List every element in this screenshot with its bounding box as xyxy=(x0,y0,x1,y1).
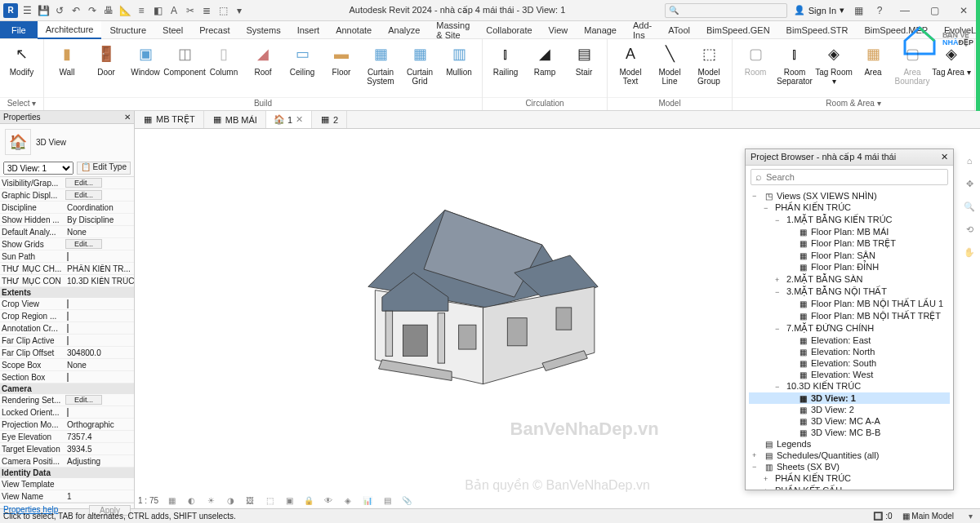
model-viewport[interactable]: BanVeNhaDep.vn Bản quyền © BanVeNhaDep.v… xyxy=(135,129,980,508)
curtain-system-button[interactable]: ▦Curtain System xyxy=(361,42,400,87)
tree-node[interactable]: ▦3D View: MC A-A xyxy=(749,415,950,427)
component-button[interactable]: ◫Component xyxy=(165,42,204,78)
tree-twisty-icon[interactable]: + xyxy=(775,276,783,284)
file-tab[interactable]: File xyxy=(0,21,38,38)
app-switcher-icon[interactable]: ▦ xyxy=(851,3,866,18)
property-row[interactable]: Locked Orient... xyxy=(0,406,134,419)
checkbox[interactable] xyxy=(67,312,69,321)
tree-twisty-icon[interactable]: − xyxy=(764,204,772,212)
main-model-label[interactable]: ▦ Main Model xyxy=(902,512,954,521)
tab-systems[interactable]: Systems xyxy=(238,21,288,38)
room-sep-button[interactable]: ⫿Room Separator xyxy=(775,42,814,87)
edit-button[interactable]: Edit... xyxy=(65,178,102,188)
analytical-icon[interactable]: 📊 xyxy=(361,494,374,507)
measure-icon[interactable]: 📐 xyxy=(118,3,132,18)
property-row[interactable]: Sun Path xyxy=(0,250,134,263)
property-row[interactable]: Target Elevation3934.5 xyxy=(0,443,134,455)
tree-node[interactable]: ▦Elevation: North xyxy=(749,346,950,357)
view-tab[interactable]: ▦MB MÁI xyxy=(204,111,266,128)
print-icon[interactable]: 🖶 xyxy=(101,3,116,18)
ramp-button[interactable]: ◢Ramp xyxy=(525,42,564,78)
mullion-button[interactable]: ▥Mullion xyxy=(439,42,479,78)
tag-room-button[interactable]: ◈Tag Room ▾ xyxy=(814,42,853,87)
tree-node[interactable]: +2.MẶT BẰNG SÀN xyxy=(749,273,950,286)
tab-collaborate[interactable]: Collaborate xyxy=(478,21,540,38)
temp-hide-icon[interactable]: 👁 xyxy=(322,494,335,507)
area-bound-button[interactable]: ▢Area Boundary xyxy=(893,42,932,87)
railing-button[interactable]: ⫿Railing xyxy=(486,42,525,78)
tree-twisty-icon[interactable]: − xyxy=(775,216,783,224)
column-button[interactable]: ▯Column xyxy=(204,42,243,78)
property-row[interactable]: THƯ MỤC CH...PHẦN KIẾN TR... xyxy=(0,263,134,275)
crop-icon[interactable]: ⬚ xyxy=(263,494,276,507)
property-row[interactable]: View Template xyxy=(0,478,134,490)
checkbox[interactable] xyxy=(67,373,69,382)
edit-button[interactable]: Edit... xyxy=(65,190,102,200)
stair-button[interactable]: ▤Stair xyxy=(564,42,604,78)
view-tab[interactable]: ▦MB TRỆT xyxy=(135,111,204,128)
tab-structure[interactable]: Structure xyxy=(101,21,154,38)
thin-lines-icon[interactable]: ≣ xyxy=(199,3,214,18)
tab-steel[interactable]: Steel xyxy=(154,21,191,38)
tree-node[interactable]: ▦Elevation: East xyxy=(749,335,950,346)
tab-architecture[interactable]: Architecture xyxy=(38,21,102,39)
room-button[interactable]: ▢Room xyxy=(736,42,775,78)
tree-node[interactable]: ▦Elevation: West xyxy=(749,369,950,380)
tree-node[interactable]: −PHẦN KIẾN TRÚC xyxy=(749,202,950,214)
edit-type-button[interactable]: 📋 Edit Type xyxy=(77,162,131,175)
tab-view[interactable]: View xyxy=(541,21,577,38)
zoom-icon[interactable]: 🔍 xyxy=(962,199,977,214)
view-tab[interactable]: ▦2 xyxy=(312,111,347,128)
roof-button[interactable]: ◢Roof xyxy=(243,42,283,78)
undo-icon[interactable]: ↶ xyxy=(69,3,83,18)
text-icon[interactable]: A xyxy=(167,3,181,18)
switch-win-icon[interactable]: ▾ xyxy=(232,3,247,18)
tree-twisty-icon[interactable]: + xyxy=(764,487,772,490)
pb-close-icon[interactable]: ✕ xyxy=(941,152,948,162)
tab-atool[interactable]: ATool xyxy=(660,21,698,38)
property-row[interactable]: Show GridsEdit... xyxy=(0,238,134,250)
property-row[interactable]: Camera Positi...Adjusting xyxy=(0,455,134,468)
property-row[interactable]: Crop Region ... xyxy=(0,310,134,322)
property-row[interactable]: DisciplineCoordination xyxy=(0,202,134,214)
property-row[interactable]: Graphic Displ...Edit... xyxy=(0,189,134,202)
tree-node[interactable]: ▦3D View: 2 xyxy=(749,404,950,415)
orbit-icon[interactable]: ⟲ xyxy=(962,222,977,237)
property-row[interactable]: Far Clip Active xyxy=(0,335,134,347)
checkbox[interactable] xyxy=(67,299,69,308)
open-icon[interactable]: ☰ xyxy=(20,3,34,18)
tree-node[interactable]: ▦Floor Plan: ĐỈNH xyxy=(749,261,950,273)
visual-style-icon[interactable]: ◐ xyxy=(185,494,198,507)
tab-manage[interactable]: Manage xyxy=(576,21,625,38)
sun-icon[interactable]: ☀ xyxy=(204,494,217,507)
property-row[interactable]: Eye Elevation7357.4 xyxy=(0,431,134,443)
tab-bsgen[interactable]: BimSpeed.GEN xyxy=(698,21,778,38)
tag-icon[interactable]: ◧ xyxy=(150,3,165,18)
property-row[interactable]: Default Analy...None xyxy=(0,226,134,238)
tree-node[interactable]: −3.MẶT BẰNG NỘI THẤT xyxy=(749,286,950,298)
tree-node[interactable]: ▤Legends xyxy=(749,438,950,450)
props-close-icon[interactable]: ✕ xyxy=(124,113,131,122)
tab-insert[interactable]: Insert xyxy=(289,21,328,38)
checkbox[interactable] xyxy=(67,324,69,333)
close-icon[interactable]: ✕ xyxy=(296,114,303,125)
home-icon[interactable]: ⌂ xyxy=(962,153,977,168)
tree-node[interactable]: ▦Floor Plan: MB NỘI THẤT TRỆT xyxy=(749,310,950,322)
property-row[interactable]: Far Clip Offset304800.0 xyxy=(0,347,134,359)
tree-twisty-icon[interactable]: + xyxy=(752,451,760,459)
close-hidden-icon[interactable]: ⬚ xyxy=(216,3,230,18)
minimize-button[interactable]: — xyxy=(893,5,916,16)
ceiling-button[interactable]: ▭Ceiling xyxy=(283,42,322,78)
property-row[interactable]: Crop View xyxy=(0,298,134,310)
sign-in-button[interactable]: 👤 Sign In ▾ xyxy=(794,5,844,16)
tree-node[interactable]: ▦Floor Plan: SÂN xyxy=(749,250,950,261)
detail-level-icon[interactable]: ▦ xyxy=(165,494,178,507)
tree-node[interactable]: −◳Views (SX VIEWS NHÌN) xyxy=(749,190,950,202)
tab-bsstr[interactable]: BimSpeed.STR xyxy=(778,21,857,38)
wall-button[interactable]: ▮Wall xyxy=(47,42,87,78)
model-line-button[interactable]: ╲Model Line xyxy=(650,42,689,87)
modify-button[interactable]: ↖Modify xyxy=(3,42,40,78)
tree-node[interactable]: ▦3D View: MC B-B xyxy=(749,427,950,438)
reveal-icon[interactable]: ◈ xyxy=(341,494,354,507)
align-icon[interactable]: ≡ xyxy=(134,3,149,18)
